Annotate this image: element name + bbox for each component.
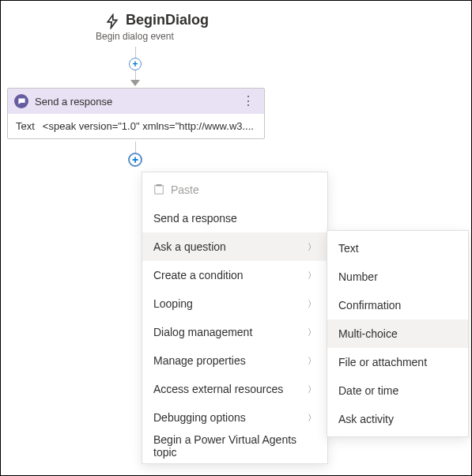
field-value: <speak version="1.0" xmlns="http://www.w… <box>43 120 256 132</box>
submenu-item-file-attachment[interactable]: File or attachment <box>327 348 468 376</box>
submenu-item-multi-choice[interactable]: Multi-choice <box>327 319 468 348</box>
menu-item-label: Create a condition <box>153 269 308 281</box>
paste-icon <box>153 183 164 197</box>
trigger-icon <box>104 13 120 32</box>
menu-item-label: File or attachment <box>338 356 457 368</box>
add-node-button-active[interactable]: + <box>128 153 142 167</box>
chevron-right-icon: 〉 <box>308 383 316 395</box>
menu-item-label: Number <box>338 270 457 283</box>
chevron-right-icon: 〉 <box>308 327 316 338</box>
add-node-button[interactable]: + <box>129 58 142 70</box>
menu-item-label: Manage properties <box>153 354 308 367</box>
flow-connector <box>135 70 136 80</box>
chevron-right-icon: 〉 <box>308 241 316 253</box>
menu-item-label: Paste <box>171 183 316 196</box>
svg-rect-1 <box>155 185 164 194</box>
menu-item-looping[interactable]: Looping 〉 <box>142 289 327 318</box>
menu-item-ask-question[interactable]: Ask a question 〉 <box>142 232 327 261</box>
menu-item-debugging-options[interactable]: Debugging options 〉 <box>142 403 327 432</box>
menu-item-label: Ask activity <box>338 413 457 425</box>
menu-item-send-response[interactable]: Send a response <box>142 204 327 232</box>
dialog-title: BeginDialog <box>126 12 209 28</box>
question-submenu: Text Number Confirmation Multi-choice Fi… <box>327 230 469 437</box>
dialog-subtitle: Begin dialog event <box>96 31 174 42</box>
menu-item-label: Access external resources <box>153 383 308 395</box>
menu-item-label: Send a response <box>153 212 316 225</box>
chevron-right-icon: 〉 <box>308 412 316 424</box>
flow-connector <box>135 142 136 153</box>
node-more-button[interactable]: ⋮ <box>239 95 258 108</box>
menu-item-paste: Paste <box>142 176 327 204</box>
menu-item-label: Ask a question <box>153 240 308 253</box>
flow-canvas[interactable]: BeginDialog Begin dialog event + Send a … <box>0 0 472 476</box>
submenu-item-text[interactable]: Text <box>327 234 468 263</box>
action-menu: Paste Send a response Ask a question 〉 C… <box>142 172 328 464</box>
menu-item-label: Dialog management <box>153 326 308 338</box>
menu-item-label: Begin a Power Virtual Agents topic <box>153 433 316 459</box>
submenu-item-ask-activity[interactable]: Ask activity <box>327 405 468 433</box>
submenu-item-date-time[interactable]: Date or time <box>327 376 468 405</box>
chevron-right-icon: 〉 <box>308 298 316 310</box>
menu-item-label: Confirmation <box>338 299 457 312</box>
menu-item-access-external[interactable]: Access external resources 〉 <box>142 375 327 403</box>
node-header[interactable]: Send a response ⋮ <box>8 89 264 114</box>
node-body[interactable]: Text <speak version="1.0" xmlns="http://… <box>8 114 264 138</box>
submenu-item-number[interactable]: Number <box>327 263 468 291</box>
menu-item-label: Text <box>338 242 457 255</box>
arrow-icon <box>130 80 140 86</box>
menu-item-label: Date or time <box>338 384 457 397</box>
menu-item-label: Looping <box>153 297 308 310</box>
chevron-right-icon: 〉 <box>308 355 316 367</box>
menu-item-begin-pva[interactable]: Begin a Power Virtual Agents topic <box>142 432 327 460</box>
node-title: Send a response <box>35 96 239 108</box>
menu-item-dialog-management[interactable]: Dialog management 〉 <box>142 318 327 346</box>
node-send-response[interactable]: Send a response ⋮ Text <speak version="1… <box>7 88 265 139</box>
menu-item-label: Debugging options <box>153 411 308 424</box>
field-label: Text <box>16 120 35 132</box>
menu-item-manage-properties[interactable]: Manage properties 〉 <box>142 346 327 375</box>
submenu-item-confirmation[interactable]: Confirmation <box>327 291 468 319</box>
menu-item-create-condition[interactable]: Create a condition 〉 <box>142 261 327 289</box>
chevron-right-icon: 〉 <box>308 270 316 281</box>
menu-item-label: Multi-choice <box>338 327 457 340</box>
flow-connector <box>135 47 136 59</box>
response-icon <box>14 94 28 108</box>
